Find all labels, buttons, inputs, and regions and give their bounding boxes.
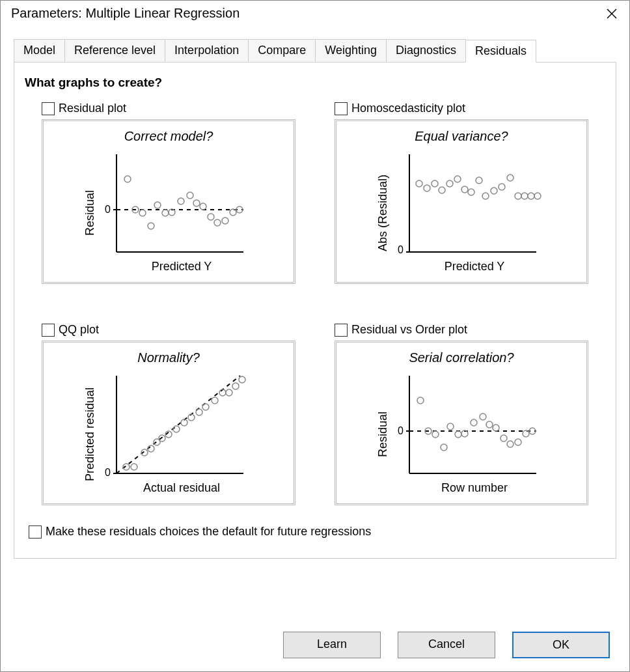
svg-point-55: [188, 414, 195, 421]
svg-point-79: [507, 441, 514, 447]
preview-chart-order: Residual 0 Row number: [374, 369, 549, 499]
svg-point-36: [499, 184, 505, 190]
svg-point-9: [148, 223, 154, 229]
svg-point-71: [447, 423, 454, 430]
scatter-points: [123, 376, 245, 470]
xlabel: Predicted Y: [445, 260, 505, 273]
svg-point-77: [493, 425, 499, 431]
checkbox-qq-plot[interactable]: [42, 324, 55, 337]
checkbox-order-plot[interactable]: [335, 324, 348, 337]
checkbox-label-qq: QQ plot: [59, 323, 99, 337]
tab-weighting[interactable]: Weighting: [315, 39, 387, 62]
svg-point-38: [515, 193, 521, 199]
svg-point-8: [139, 210, 146, 216]
preview-title-order: Serial correlation?: [343, 350, 580, 365]
svg-point-47: [131, 464, 137, 470]
xlabel: Actual residual: [143, 481, 220, 494]
svg-point-62: [239, 376, 245, 383]
svg-point-14: [187, 192, 193, 199]
cancel-button[interactable]: Cancel: [398, 632, 495, 658]
ok-button[interactable]: OK: [512, 632, 610, 658]
tab-content-residuals: What graphs to create? Residual plot Cor…: [14, 63, 616, 559]
zero-tick: 0: [105, 467, 111, 478]
svg-point-75: [480, 413, 486, 420]
zero-tick: 0: [398, 425, 404, 436]
checkbox-label-make-default: Make these residuals choices the default…: [46, 525, 371, 539]
ylabel: Residual: [83, 190, 96, 236]
scatter-points: [416, 175, 541, 199]
preview-residual-plot: Correct model? Residual 0 Predicted Y: [42, 119, 295, 284]
preview-homoscedasticity-plot: Equal variance? Abs (Residual) 0 Predict…: [335, 119, 588, 284]
svg-point-30: [454, 176, 461, 182]
svg-point-37: [507, 175, 514, 181]
preview-chart-qq: Predicted residual 0 Actual residual: [81, 369, 256, 499]
checkbox-residual-plot[interactable]: [42, 102, 55, 115]
svg-point-70: [441, 444, 447, 451]
svg-point-53: [173, 426, 180, 432]
preview-title-homo: Equal variance?: [343, 129, 580, 144]
tab-compare[interactable]: Compare: [248, 39, 316, 62]
svg-point-33: [476, 177, 482, 184]
tab-interpolation[interactable]: Interpolation: [165, 39, 249, 62]
titlebar: Parameters: Multiple Linear Regression: [1, 1, 629, 26]
svg-point-31: [461, 186, 468, 193]
svg-point-13: [178, 198, 184, 204]
tab-model[interactable]: Model: [14, 39, 65, 62]
default-choice-row: Make these residuals choices the default…: [29, 525, 605, 539]
svg-point-10: [154, 202, 161, 208]
tab-reference-level[interactable]: Reference level: [64, 39, 165, 62]
svg-point-78: [500, 435, 507, 441]
svg-point-35: [491, 188, 497, 194]
preview-chart-residual: Residual 0 Predicted Y: [81, 148, 256, 278]
close-icon[interactable]: [605, 7, 619, 21]
svg-point-18: [214, 219, 221, 226]
svg-point-32: [468, 189, 474, 195]
checkbox-label-order: Residual vs Order plot: [351, 323, 467, 337]
svg-point-27: [431, 180, 438, 187]
preview-chart-homo: Abs (Residual) 0 Predicted Y: [374, 148, 549, 278]
svg-point-6: [124, 176, 131, 182]
svg-point-19: [222, 217, 228, 224]
svg-line-45: [116, 376, 240, 473]
plots-grid: Residual plot Correct model? Residual 0: [25, 102, 605, 505]
svg-point-56: [196, 409, 202, 415]
checkbox-homoscedasticity-plot[interactable]: [335, 102, 348, 115]
checkbox-row-qq: QQ plot: [42, 323, 295, 337]
svg-point-67: [417, 397, 424, 404]
svg-point-28: [439, 187, 445, 193]
svg-point-15: [193, 200, 200, 206]
option-homoscedasticity-plot: Homoscedasticity plot Equal variance? Ab…: [335, 102, 588, 284]
option-residual-plot: Residual plot Correct model? Residual 0: [42, 102, 295, 284]
checkbox-make-default[interactable]: [29, 525, 42, 539]
svg-point-60: [226, 389, 232, 396]
svg-point-16: [200, 203, 206, 210]
checkbox-label-homoscedasticity: Homoscedasticity plot: [351, 102, 465, 115]
svg-point-17: [208, 214, 214, 220]
tab-residuals[interactable]: Residuals: [465, 40, 536, 63]
svg-point-40: [528, 193, 534, 199]
preview-qq-plot: Normality? Predicted residual 0 Actual r…: [42, 341, 295, 505]
zero-tick: 0: [105, 204, 111, 215]
checkbox-row-order: Residual vs Order plot: [335, 323, 588, 337]
svg-point-81: [523, 430, 529, 437]
svg-point-57: [202, 404, 209, 410]
svg-point-20: [230, 209, 236, 216]
dialog-title: Parameters: Multiple Linear Regression: [11, 6, 240, 21]
svg-point-80: [515, 439, 521, 445]
preview-title-residual: Correct model?: [50, 129, 287, 144]
xlabel: Predicted Y: [152, 260, 212, 273]
svg-point-26: [424, 185, 430, 191]
option-qq-plot: QQ plot Normality? Predicted residual 0: [42, 323, 295, 505]
learn-button[interactable]: Learn: [283, 632, 381, 658]
svg-point-72: [455, 431, 461, 438]
tab-diagnostics[interactable]: Diagnostics: [386, 39, 466, 62]
zero-tick: 0: [398, 244, 404, 255]
svg-point-34: [482, 193, 489, 199]
svg-point-74: [471, 419, 477, 426]
checkbox-row-residual-plot: Residual plot: [42, 102, 295, 115]
scatter-points: [124, 176, 243, 229]
button-bar: Learn Cancel OK: [1, 623, 629, 671]
svg-point-11: [162, 210, 169, 216]
svg-point-58: [212, 397, 218, 404]
ylabel: Residual: [376, 412, 389, 457]
